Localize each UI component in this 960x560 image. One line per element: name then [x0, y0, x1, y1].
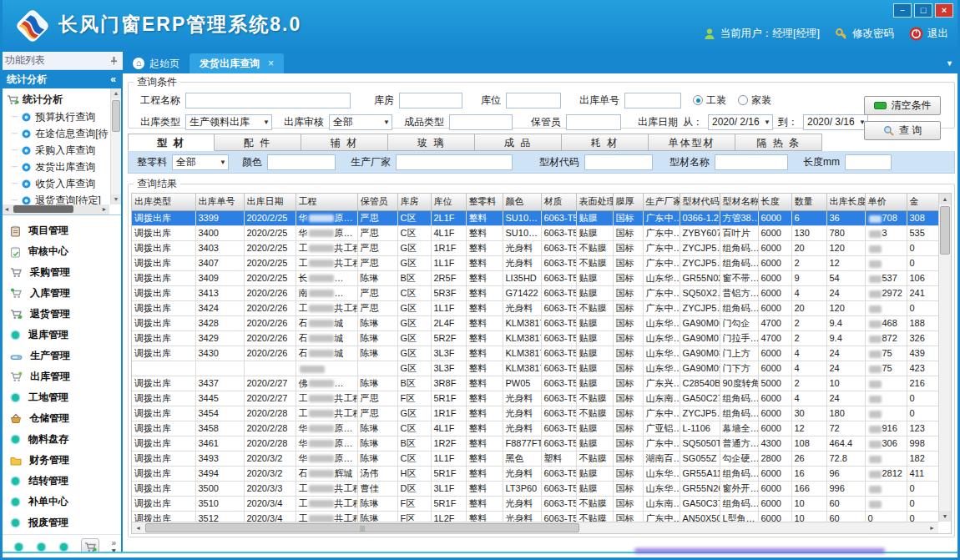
- sidebar-item-9[interactable]: 仓储管理: [2, 408, 121, 429]
- material-tab-0[interactable]: 型 材: [128, 134, 215, 151]
- sidebar-item-5[interactable]: 退库管理: [2, 325, 121, 346]
- grid-horizontal-scrollbar[interactable]: ◄|||►: [132, 522, 938, 533]
- table-row-9[interactable]: 调拨出库34302020/2/26石城陈琳G区3L3F整料KLM38176063…: [132, 346, 938, 361]
- tabbar-dropdown-icon[interactable]: ▼: [946, 59, 953, 68]
- collapse-chevron[interactable]: «: [110, 73, 116, 85]
- column-header-6[interactable]: 库位: [431, 194, 466, 210]
- search-button[interactable]: 查 询: [864, 121, 941, 140]
- sidebar-item-4[interactable]: 退货管理: [2, 304, 121, 325]
- tree-item-5[interactable]: 退货查询[待定]: [3, 192, 109, 204]
- tree-item-2[interactable]: 采购入库查询: [3, 142, 109, 159]
- out-type-select[interactable]: 生产领料出库▼: [185, 114, 272, 130]
- manufacturer-input[interactable]: [396, 154, 513, 170]
- pin-icon[interactable]: [110, 56, 118, 65]
- table-row-13[interactable]: 调拨出库34542020/2/28工共工程严思G区1R1F整料光身料6063-T…: [132, 406, 938, 421]
- radio-gongzhuang[interactable]: 工装: [693, 93, 726, 108]
- length-mm-input[interactable]: [845, 154, 892, 170]
- column-header-0[interactable]: 出库类型: [132, 194, 195, 210]
- table-row-19[interactable]: 调拨出库35102020/3/4工共工程陈琳F区5R1F整料光身料6063-T5…: [132, 496, 938, 511]
- tree-horizontal-scrollbar[interactable]: ◄►: [2, 204, 109, 214]
- grid-vertical-scrollbar[interactable]: ▲▼: [938, 194, 951, 522]
- sidebar-item-3[interactable]: 入库管理: [2, 283, 121, 304]
- whole-part-select[interactable]: 全部▼: [172, 154, 229, 170]
- sidebar-item-6[interactable]: 生产管理: [2, 346, 121, 366]
- table-row-15[interactable]: 调拨出库34612020/2/28华原…陈琳B区1R2F整料F8877FT606…: [132, 436, 938, 451]
- table-row-1[interactable]: 调拨出库34002020/2/25华原…严思C区4L1F整料SU10…6063-…: [132, 225, 938, 240]
- table-row-6[interactable]: 调拨出库34242020/2/26工共工程严思G区1L1F整料光身料6063-T…: [132, 300, 938, 315]
- sidebar-item-0[interactable]: 项目管理: [2, 220, 121, 241]
- column-header-11[interactable]: 膜厚: [613, 194, 643, 210]
- tree-item-1[interactable]: 在途信息查询[待: [3, 125, 109, 142]
- date-to-picker[interactable]: 2020/ 3/16▼: [803, 114, 868, 130]
- table-row-20[interactable]: 调拨出库35122020/3/4工共工程陈琳F区1L2F整料光身料6063-T5…: [132, 511, 938, 522]
- tab-close-icon[interactable]: ×: [268, 58, 274, 69]
- table-row-14[interactable]: 调拨出库34582020/2/28华原…陈琳C区4L1F整料光身料6063-T5…: [132, 421, 938, 436]
- material-tab-6[interactable]: 单体型材: [649, 134, 735, 151]
- date-from-picker[interactable]: 2020/ 2/16▼: [708, 114, 773, 130]
- radio-jiazhuang[interactable]: 家装: [738, 93, 771, 108]
- tree-item-3[interactable]: 发货出库查询: [3, 159, 109, 175]
- tree-item-4[interactable]: 收货入库查询: [3, 175, 109, 192]
- change-password-button[interactable]: 修改密码: [835, 27, 894, 41]
- column-header-2[interactable]: 出库日期: [244, 194, 296, 210]
- profile-code-input[interactable]: [584, 154, 653, 170]
- keeper-input[interactable]: [566, 114, 621, 130]
- minimize-button[interactable]: －: [893, 3, 912, 18]
- tab-home[interactable]: ⌂ 起始页: [123, 53, 189, 73]
- material-tab-7[interactable]: 隔 热 条: [735, 134, 822, 151]
- column-header-13[interactable]: 型材代码: [680, 194, 720, 210]
- sidebar-item-11[interactable]: 财务管理: [2, 450, 121, 471]
- column-header-7[interactable]: 整零料: [466, 194, 503, 210]
- color-input[interactable]: [267, 154, 336, 170]
- column-header-10[interactable]: 表面处理: [576, 194, 613, 210]
- column-header-5[interactable]: 库房: [397, 194, 431, 210]
- out-audit-select[interactable]: 全部▼: [329, 114, 392, 130]
- material-tab-1[interactable]: 配 件: [215, 134, 301, 151]
- table-row-12[interactable]: 调拨出库34452020/2/27工共工程严思F区5R1F整料光身料6063-T…: [132, 391, 938, 406]
- table-row-2[interactable]: 调拨出库34032020/2/25工共工程严思G区1R1F整料光身料6063-T…: [132, 240, 938, 255]
- column-header-12[interactable]: 生产厂家: [643, 194, 680, 210]
- table-row-7[interactable]: 调拨出库34282020/2/26石城陈琳G区2L4F整料KLM38176063…: [132, 315, 938, 330]
- sidebar-item-8[interactable]: 工地管理: [2, 387, 121, 408]
- material-tab-2[interactable]: 辅 材: [301, 134, 388, 151]
- column-header-17[interactable]: 出库长度: [826, 194, 865, 210]
- project-name-input[interactable]: [185, 93, 351, 108]
- location-input[interactable]: [506, 93, 561, 108]
- table-row-5[interactable]: 调拨出库34132020/2/26南…严思C区5R3F整料G714226063-…: [132, 285, 938, 300]
- profile-name-input[interactable]: [715, 154, 788, 170]
- circle-icon[interactable]: [13, 542, 24, 552]
- table-row-3[interactable]: 调拨出库34072020/2/25工共工程严思G区1L1F整料光身料6063-T…: [132, 255, 938, 270]
- sidebar-item-1[interactable]: 审核中心: [2, 241, 121, 262]
- column-header-16[interactable]: 数量: [791, 194, 826, 210]
- sidebar-item-13[interactable]: 补单中心: [2, 492, 121, 512]
- warehouse-input[interactable]: [399, 93, 462, 108]
- order-no-input[interactable]: [624, 93, 681, 108]
- sidebar-item-12[interactable]: 结转管理: [2, 471, 121, 492]
- table-row-17[interactable]: 调拨出库34942020/3/2石辉城汤伟H区5R1F整料光身料6063-T5贴…: [132, 466, 938, 481]
- tree-vertical-scrollbar[interactable]: ▲ ▼: [110, 88, 121, 204]
- product-type-input[interactable]: [449, 114, 513, 130]
- circle-icon[interactable]: [36, 542, 47, 552]
- sidebar-item-7[interactable]: 出库管理: [2, 366, 121, 387]
- column-header-4[interactable]: 保管员: [357, 194, 397, 210]
- tab-shipping-outbound-query[interactable]: 发货出库查询 ×: [189, 53, 284, 73]
- column-header-8[interactable]: 颜色: [503, 194, 541, 210]
- column-header-19[interactable]: 金: [907, 194, 938, 210]
- table-row-0[interactable]: 调拨出库33992020/2/25华原…严思C区2L1F整料SU10…6063-…: [132, 210, 938, 225]
- sidebar-item-2[interactable]: 采购管理: [2, 262, 121, 283]
- table-row-18[interactable]: 调拨出库35002020/3/3工共工程曹佳D区3L1F整料LT3P606063…: [132, 481, 938, 496]
- column-header-18[interactable]: 单价: [865, 194, 907, 210]
- circle-icon[interactable]: [58, 542, 69, 552]
- column-header-3[interactable]: 工程: [296, 194, 357, 210]
- material-tab-5[interactable]: 耗 材: [562, 134, 649, 151]
- material-tab-3[interactable]: 玻 璃: [388, 134, 475, 151]
- table-row-10[interactable]: G区3L3F整料KLM38176063-T5贴膜国标山东华…GA90M09…门下…: [132, 361, 938, 376]
- table-row-16[interactable]: 调拨出库34932020/3/2华原…陈琳C区1L1F整料黑色塑料不贴膜国标湖南…: [132, 451, 938, 466]
- close-button[interactable]: ×: [935, 3, 953, 18]
- column-header-14[interactable]: 型材名称: [720, 194, 758, 210]
- material-tab-4[interactable]: 成 品: [475, 134, 562, 151]
- clear-conditions-button[interactable]: 清空条件: [864, 96, 941, 115]
- table-row-4[interactable]: 调拨出库34092020/2/25长…陈琳B区2R5F整料LI35HD6063-…: [132, 270, 938, 285]
- logout-button[interactable]: 退出: [909, 27, 948, 41]
- table-row-11[interactable]: 调拨出库34372020/2/27佛…陈琳B区3R8F整料PW056063-T5…: [132, 376, 938, 391]
